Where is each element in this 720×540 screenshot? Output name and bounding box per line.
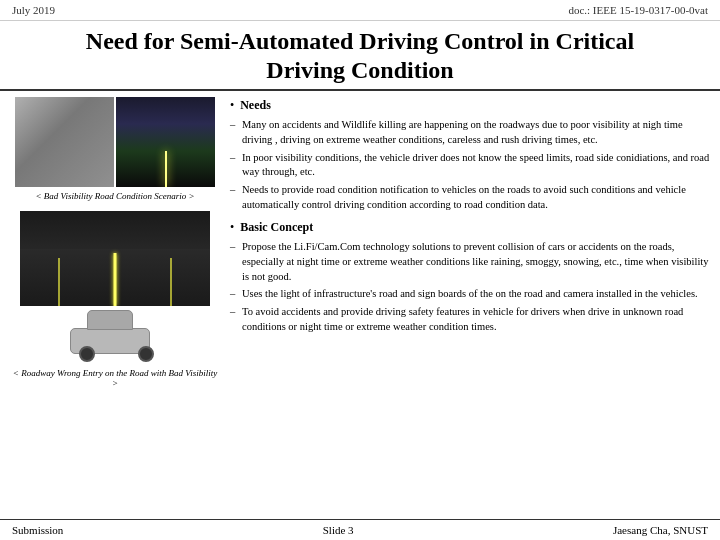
caption-bad-visibility: < Bad Visibility Road Condition Scenario…: [36, 191, 195, 201]
basic-concept-item-3: To avoid accidents and provide driving s…: [230, 305, 710, 334]
needs-title: Needs: [240, 97, 271, 114]
right-column: • Needs Many on accidents and Wildlife k…: [230, 97, 710, 525]
footer-submission: Submission: [12, 524, 63, 536]
night-road-image: [116, 97, 215, 187]
car-image: [70, 314, 160, 364]
basic-concept-section: • Basic Concept Propose the Li.Fi/Cam.Co…: [230, 219, 710, 335]
needs-section: • Needs Many on accidents and Wildlife k…: [230, 97, 710, 213]
page-title: Need for Semi-Automated Driving Control …: [20, 27, 700, 85]
basic-concept-item-2: Uses the light of infrastructure's road …: [230, 287, 710, 302]
needs-item-3: Needs to provide road condition notifica…: [230, 183, 710, 212]
needs-item-1: Many on accidents and Wildlife killing a…: [230, 118, 710, 147]
image-pair: [15, 97, 215, 187]
header-bar: July 2019 doc.: IEEE 15-19-0317-00-0vat: [0, 0, 720, 21]
left-column: < Bad Visibility Road Condition Scenario…: [10, 97, 220, 525]
road-dark-image: [20, 211, 210, 306]
header-doc: doc.: IEEE 15-19-0317-00-0vat: [568, 4, 708, 16]
basic-concept-title: Basic Concept: [240, 219, 313, 236]
content-area: < Bad Visibility Road Condition Scenario…: [0, 91, 720, 531]
footer-bar: Submission Slide 3 Jaesang Cha, SNUST: [0, 519, 720, 540]
title-section: Need for Semi-Automated Driving Control …: [0, 21, 720, 91]
header-date: July 2019: [12, 4, 55, 16]
footer-slide: Slide 3: [323, 524, 354, 536]
caption-roadway: < Roadway Wrong Entry on the Road with B…: [10, 368, 220, 388]
needs-item-2: In poor visibility conditions, the vehic…: [230, 151, 710, 180]
basic-concept-item-1: Propose the Li.Fi/Cam.Com technology sol…: [230, 240, 710, 284]
footer-author: Jaesang Cha, SNUST: [613, 524, 708, 536]
foggy-road-image: [15, 97, 114, 187]
